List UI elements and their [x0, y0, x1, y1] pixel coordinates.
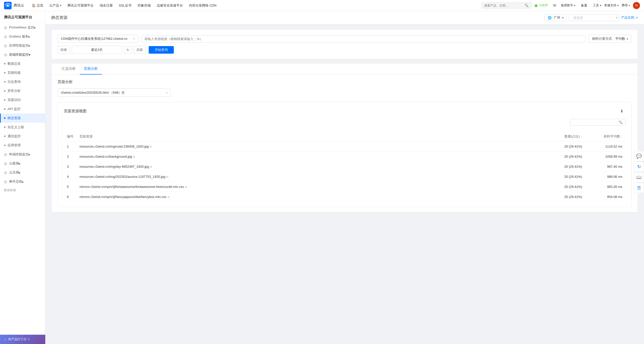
nav-monitor-platform[interactable]: 腾讯云可观测平台: [65, 0, 96, 11]
copy-icon[interactable]: ⧉: [150, 145, 152, 148]
cell-time: 986.06 ms: [585, 172, 625, 182]
copy-icon[interactable]: ⧉: [185, 185, 187, 188]
date-next-btn[interactable]: 后移: [134, 46, 146, 54]
copy-icon[interactable]: ⧉: [133, 155, 135, 158]
mail-icon[interactable]: ✉: [551, 2, 558, 9]
document-panel-btn[interactable]: 📖: [634, 172, 644, 182]
resource-view-card: 页面资源视图 ⬇ 🔍: [58, 102, 632, 207]
sidebar-item-prometheus[interactable]: ◎ Prometheus 监控 ▸: [0, 23, 45, 32]
copy-icon[interactable]: ⧉: [166, 175, 168, 178]
nav-cloud-products[interactable]: 云产品 ▾: [47, 0, 64, 11]
copy-icon[interactable]: ⧉: [168, 195, 170, 198]
date-navigation: 前移 最近3天 ↻ 后移: [58, 46, 146, 54]
nav-ssl[interactable]: SSL证书: [116, 0, 134, 11]
search-icon: 🔍: [525, 4, 529, 7]
sidebar-item-grafana[interactable]: ◎ Grafana 服务 ▸: [0, 32, 45, 41]
nav-object-storage[interactable]: 对象存储: [135, 0, 153, 11]
resource-view-title: 页面资源视图: [64, 109, 87, 114]
sidebar-item-anomaly-analysis[interactable]: 异常分析: [0, 86, 45, 95]
tools-menu[interactable]: 工具 ▾: [593, 3, 601, 8]
global-search[interactable]: 🔍: [481, 2, 532, 9]
page-title: 静态资源: [51, 15, 67, 20]
download-icon: ⬇: [620, 109, 623, 114]
dial-icon: ◎: [4, 161, 7, 165]
nav-backup[interactable]: 备案: [578, 0, 590, 11]
nav-home[interactable]: 🏠 总览: [29, 0, 46, 11]
sidebar-item-log-query[interactable]: 日志查询: [0, 77, 45, 86]
nav-domain[interactable]: 域名注册: [97, 0, 115, 11]
menu-panel-btn[interactable]: ☰: [634, 183, 644, 193]
sidebar-item-terminal-monitor[interactable]: ◎ 终端性能监控 ▸: [0, 150, 45, 159]
account-menu[interactable]: 集团账号 ▾: [561, 3, 575, 8]
logo[interactable]: 腾讯云: [4, 2, 24, 9]
book-icon: 📖: [636, 175, 642, 180]
sidebar-item-frontend-monitor[interactable]: ◎ 前端性能监控 ▾: [0, 50, 45, 59]
resource-link-input[interactable]: [141, 35, 585, 43]
cell-resource: resources.r2wind.cn/img/202302/aurora-11…: [76, 172, 545, 182]
globe-icon: 🌐: [548, 16, 552, 20]
customer-service-btn[interactable]: 💬: [634, 151, 644, 161]
search-icon: 🔍: [619, 120, 623, 124]
pressure-icon: ◎: [4, 170, 7, 175]
chevron-down-icon: ▾: [600, 4, 601, 7]
sidebar-item-data-overview[interactable]: 数据总览: [0, 59, 45, 68]
cell-resource: resources.r2wind.cn/img/road-238458_1920…: [76, 142, 545, 152]
date-prev-btn[interactable]: 前移: [58, 46, 70, 54]
resource-search-input[interactable]: [573, 121, 619, 124]
table-row: 2 resources.r2wind.cn/background.jpg⧉ 20…: [64, 152, 625, 162]
chevron-down-icon: ▾: [60, 4, 61, 7]
avatar[interactable]: H: [633, 2, 640, 9]
resource-view-header: 页面资源视图 ⬇: [64, 107, 625, 115]
tab-summary[interactable]: 汇总分析: [58, 63, 80, 75]
refresh-panel-btn[interactable]: ↻: [634, 162, 644, 172]
calc-method-button[interactable]: 耗时计算方式 平均数 ▾: [588, 35, 632, 43]
mini-program-btn[interactable]: ◉ 小程序: [534, 3, 548, 8]
col-header-count[interactable]: 数量(占比) ↓: [545, 132, 585, 142]
sidebar-item-api-monitor[interactable]: API 监控: [0, 105, 45, 114]
tab-page-analysis[interactable]: 页面分析: [80, 63, 102, 75]
download-button[interactable]: ⬇: [618, 107, 625, 115]
business-system-select[interactable]: CDN插件中心归属业务系统/127962.r2wind.cn ▾: [58, 35, 138, 43]
col-header-resource: 页面资源: [76, 132, 545, 142]
sidebar-item-cloud-pressure[interactable]: ◎ 云压测 ▸: [0, 168, 45, 177]
sidebar-footer-rating[interactable]: ☆ 给产品打个分 ☆: [0, 335, 45, 344]
sidebar-item-app-management[interactable]: 应用管理: [0, 141, 45, 150]
region-selector[interactable]: 🌐 广州 ▾: [544, 14, 567, 21]
cost-menu[interactable]: 费用 ▾: [622, 3, 630, 8]
tabs-content: 页面分析 r2wind.cn/articles/20230526.html （5…: [52, 75, 638, 212]
terminal-icon: ◎: [4, 152, 7, 156]
sidebar-item-cloud-dial[interactable]: ◎ 云拨测 ▸: [0, 159, 45, 168]
support-menu[interactable]: 客服支持 ▾: [604, 3, 619, 8]
copy-icon[interactable]: ⧉: [150, 165, 152, 168]
page-header-right: 🌐 广州 ▾ 请选择 产品文档 ↗: [544, 14, 638, 21]
cell-count: 20 (29.41%): [545, 142, 585, 152]
star-icon: ☆: [4, 338, 7, 341]
nav-items: 🏠 总览 云产品 ▾ 腾讯云可观测平台 域名注册 SSL证书 对象存储 边缘安全…: [29, 0, 479, 11]
table-header: 编号 页面资源 数量(占比) ↓: [64, 132, 625, 142]
sidebar-title: 腾讯云可观测平台: [0, 11, 45, 23]
chevron-right-icon: ▸: [19, 162, 21, 165]
sidebar-item-comm-monitor[interactable]: 通信监控: [0, 132, 45, 141]
col-header-time[interactable]: 耗时平均数 ↓: [585, 132, 625, 142]
resource-search[interactable]: 🔍: [570, 119, 625, 126]
sidebar-item-custom-report[interactable]: 自定义上报: [0, 123, 45, 132]
sidebar-item-static-resources[interactable]: 静态资源: [0, 114, 45, 123]
content-area: CDN插件中心归属业务系统/127962.r2wind.cn ▾ 耗时计算方式 …: [45, 24, 644, 221]
app-selector[interactable]: 请选择: [569, 14, 619, 21]
nav-cdn[interactable]: 内容分发网络 CDN: [186, 0, 219, 11]
chevron-right-icon: ▸: [29, 44, 30, 48]
search-input[interactable]: [484, 4, 525, 7]
search-button[interactable]: 开始查询: [149, 46, 174, 54]
page-url-select[interactable]: r2wind.cn/articles/20230526.html （548）次 …: [58, 88, 171, 97]
sidebar-item-event-bus[interactable]: ◎ 事件总线 ▸: [0, 177, 45, 186]
filter-row-2: 前移 最近3天 ↻ 后移 开始查询: [58, 46, 632, 54]
chevron-right-icon: ▸: [22, 180, 24, 184]
nav-edge[interactable]: 边缘安全加速平台: [154, 0, 185, 11]
dot-icon: [4, 117, 6, 119]
top-navigation: 腾讯云 🏠 总览 云产品 ▾ 腾讯云可观测平台 域名注册 SSL证书 对象存储 …: [0, 0, 644, 11]
refresh-btn[interactable]: ↻: [124, 46, 132, 54]
sidebar-item-apm[interactable]: ◎ 应用性能监控 ▸: [0, 41, 45, 50]
sidebar-item-page-visit[interactable]: 页面访问: [0, 95, 45, 105]
doc-link[interactable]: 产品文档 ↗: [621, 15, 638, 20]
sidebar-item-page-performance[interactable]: 页面性能: [0, 68, 45, 77]
